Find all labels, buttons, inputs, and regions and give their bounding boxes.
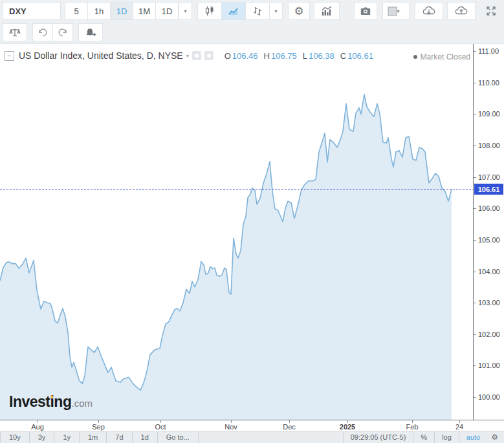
snapshot-button[interactable] <box>354 2 377 20</box>
range-button-1y[interactable]: 1y <box>54 432 80 443</box>
interval-button-1m-3[interactable]: 1M <box>133 2 156 20</box>
redo-arrow-icon <box>58 28 68 37</box>
legend-settings-icon[interactable] <box>192 51 201 60</box>
price-chart[interactable] <box>0 44 473 420</box>
top-toolbar-right: ▾ <box>354 2 501 20</box>
price-tick <box>474 303 476 303</box>
interval-dropdown-button[interactable]: ▾ <box>179 2 192 20</box>
candlestick-chart-button[interactable] <box>197 2 222 20</box>
price-label-100.00: 100.00 <box>478 393 500 401</box>
collapse-legend-button[interactable]: − <box>5 51 14 61</box>
chart-region[interactable]: − US Dollar Index, United States, D, NYS… <box>0 43 504 431</box>
ohlc-value-L: 106.38 <box>309 51 334 61</box>
undo-arrow-icon <box>38 28 48 37</box>
range-button-10y[interactable]: 10y <box>0 432 30 443</box>
ohlc-value-C: 106.61 <box>347 51 373 61</box>
bar-style-button[interactable] <box>245 2 270 20</box>
ohlc-key-H: H <box>264 51 270 61</box>
time-axis[interactable]: AugSepOctNovDec2025Feb24 <box>0 420 504 432</box>
template-button[interactable]: ▾ <box>382 2 410 20</box>
chart-header: − US Dollar Index, United States, D, NYS… <box>5 50 373 61</box>
interval-group: 51h1D1M1D ▾ <box>65 2 192 20</box>
price-tick <box>474 177 476 178</box>
market-status-text: Market Closed <box>421 52 470 61</box>
brand-accent-dot <box>50 395 53 398</box>
price-label-105.00: 105.00 <box>478 236 500 244</box>
brand-text: Investing <box>9 393 71 410</box>
time-label-Sep: Sep <box>92 423 105 431</box>
price-label-107.00: 107.00 <box>478 173 500 181</box>
ohlc-value-H: 106.75 <box>271 51 297 61</box>
settings-button[interactable]: ⚙ <box>288 2 310 20</box>
symbol-input[interactable]: DXY <box>3 2 61 20</box>
range-button-1d[interactable]: 1d <box>133 432 158 443</box>
log-scale-button[interactable]: log <box>434 432 459 443</box>
chart-type-dropdown-button[interactable]: ▾ <box>269 2 283 20</box>
range-button-3y[interactable]: 3y <box>30 432 55 443</box>
time-label-Oct: Oct <box>155 423 166 431</box>
bell-plus-icon <box>85 27 97 38</box>
gear-icon: ⚙ <box>294 6 303 17</box>
chevron-down-icon: ▾ <box>274 8 277 14</box>
interval-button-5-0[interactable]: 5 <box>65 2 88 20</box>
compare-scales-button[interactable] <box>3 23 27 41</box>
price-tick <box>474 334 476 335</box>
bar-style-icon <box>252 5 263 17</box>
fullscreen-expand-icon <box>485 5 497 17</box>
interval-button-1d-2[interactable]: 1D <box>110 2 133 20</box>
legend-quick-icon[interactable] <box>204 51 214 60</box>
axis-settings-button[interactable]: ⚙ <box>487 432 504 443</box>
camera-icon <box>360 5 371 17</box>
area-fill <box>0 94 452 420</box>
goto-button[interactable]: Go to... <box>158 432 199 443</box>
auto-scale-button[interactable]: auto <box>459 432 487 443</box>
price-label-101.00: 101.00 <box>478 362 500 369</box>
brand-domain: .com <box>71 398 93 409</box>
price-tick <box>474 114 476 114</box>
price-label-103.00: 103.00 <box>478 299 500 307</box>
area-chart-icon <box>228 5 239 17</box>
range-buttons: 10y3y1y1m7d1d <box>0 432 158 443</box>
price-tick <box>474 51 476 52</box>
price-tick <box>474 365 476 366</box>
indicators-button[interactable] <box>314 2 340 20</box>
market-status-dot-icon <box>413 55 417 59</box>
chevron-down-icon: ▾ <box>397 8 405 14</box>
create-alert-button[interactable] <box>78 23 103 41</box>
interval-button-1h-1[interactable]: 1h <box>87 2 111 20</box>
time-label-Feb: Feb <box>406 423 419 431</box>
time-label-2025: 2025 <box>340 423 355 431</box>
undo-redo-group <box>32 23 73 41</box>
time-label-Dec: Dec <box>283 423 296 431</box>
chevron-down-icon[interactable]: ▾ <box>186 53 189 59</box>
chevron-down-icon: ▾ <box>184 8 186 14</box>
price-label-110.00: 110.00 <box>478 79 499 87</box>
interval-buttons: 51h1D1M1D <box>65 2 179 20</box>
second-toolbar <box>0 22 504 43</box>
current-price-tag: 106.61 <box>474 184 503 195</box>
ohlc-key-C: C <box>340 51 346 61</box>
time-label-Nov: Nov <box>225 423 237 431</box>
save-chart-button[interactable] <box>447 2 476 20</box>
range-button-1m[interactable]: 1m <box>80 432 107 443</box>
time-label-24: 24 <box>455 423 463 431</box>
price-label-109.00: 109.00 <box>478 110 500 118</box>
load-chart-button[interactable] <box>415 2 443 20</box>
chart-app: DXY 51h1D1M1D ▾ <box>0 0 504 443</box>
range-button-7d[interactable]: 7d <box>107 432 132 443</box>
price-label-106.00: 106.00 <box>478 204 500 212</box>
percent-scale-button[interactable]: % <box>413 432 434 443</box>
interval-button-1d-4[interactable]: 1D <box>155 2 179 20</box>
market-status: Market Closed <box>413 52 470 61</box>
cloud-upload-icon <box>454 5 468 17</box>
redo-button[interactable] <box>52 23 73 41</box>
clock-label[interactable]: 09:29:05 (UTC-5) <box>343 432 413 443</box>
area-chart-button[interactable] <box>221 2 246 20</box>
top-toolbar: DXY 51h1D1M1D ▾ <box>0 0 504 22</box>
bottom-toolbar: 10y3y1y1m7d1d Go to... 09:29:05 (UTC-5) … <box>0 431 504 443</box>
price-axis[interactable]: 106.61 111.00110.00109.00108.00107.00106… <box>473 44 504 420</box>
price-tick <box>474 83 476 83</box>
fullscreen-button[interactable] <box>481 2 501 20</box>
undo-button[interactable] <box>32 23 53 41</box>
price-tick <box>474 146 476 146</box>
